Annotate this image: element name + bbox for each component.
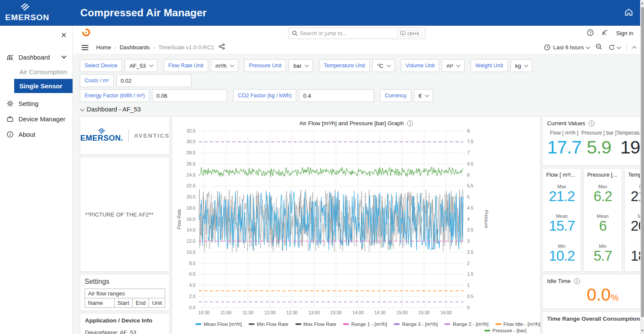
sidebar-item-single-sensor[interactable]: Single Sensor bbox=[14, 79, 73, 93]
flow-rate-unit-dropdown[interactable]: m³/h bbox=[211, 59, 238, 72]
var-select-device: Select Device AF_53 bbox=[80, 59, 158, 72]
collapse-up-icon[interactable] bbox=[632, 46, 637, 51]
sidebar-item-about[interactable]: About bbox=[0, 126, 73, 142]
svg-text:8.0: 8.0 bbox=[189, 261, 196, 266]
emerson-logo: EMERSON bbox=[0, 3, 73, 22]
grafana-topbar: Search or jump to... ctrl+k ? Sign in bbox=[73, 26, 640, 41]
var-energy-factor: Energy Factor (kWh / m³) bbox=[80, 89, 227, 102]
news-rss-icon[interactable] bbox=[601, 29, 608, 38]
svg-text:2.5: 2.5 bbox=[467, 250, 474, 255]
var-weight-unit: Weight Unit kg bbox=[471, 59, 532, 72]
consumption-title[interactable]: Time Range Overall Consumption bbox=[547, 316, 640, 322]
clock-icon bbox=[544, 44, 550, 51]
dashboard-chart-icon bbox=[6, 53, 14, 61]
pressure-unit-dropdown[interactable]: bar bbox=[289, 59, 313, 72]
sidebar-item-air-consumption[interactable]: Air Consumption bbox=[0, 65, 73, 79]
legend-item[interactable]: Flow Idle - [m³/h] bbox=[495, 322, 541, 327]
breadcrumb-home[interactable]: Home bbox=[96, 44, 111, 51]
svg-text:11:30: 11:30 bbox=[243, 310, 254, 315]
sidebar-item-label: Setting bbox=[18, 100, 39, 107]
legend-item[interactable]: Min Flow Rate bbox=[249, 322, 289, 327]
svg-text:5.5: 5.5 bbox=[467, 183, 474, 188]
svg-text:3.5: 3.5 bbox=[467, 227, 474, 232]
timeseries-chart[interactable]: 0.02.04.06.08.010.012.014.016.018.020.02… bbox=[175, 127, 488, 320]
current-values-title[interactable]: Current Values bbox=[547, 120, 585, 126]
sidebar-item-device-manager[interactable]: Device Manager bbox=[0, 111, 73, 126]
emerson-mark-icon bbox=[97, 128, 106, 134]
device-picture-panel: **PICTURE OF THE AF2** bbox=[80, 157, 170, 272]
emerson-brand-text: EMERSON. bbox=[80, 134, 123, 143]
sidebar-item-dashboard[interactable]: Dashboard bbox=[0, 49, 73, 65]
menu-icon[interactable] bbox=[82, 45, 88, 50]
stat-panel-title[interactable]: Flow [ m³/... bbox=[546, 172, 577, 178]
svg-text:26.0: 26.0 bbox=[187, 161, 196, 166]
sidebar: × Dashboard Air Consumption Single Senso… bbox=[0, 26, 73, 334]
settings-title: Settings bbox=[85, 278, 165, 286]
sign-in-button[interactable]: Sign in bbox=[616, 30, 633, 36]
page-scrollbar[interactable] bbox=[640, 0, 644, 334]
search-icon bbox=[292, 30, 298, 36]
dashboard-section-header[interactable]: Dashboard - AF_53 bbox=[81, 106, 632, 113]
zoom-out-icon[interactable] bbox=[595, 43, 602, 52]
graph-panel-title[interactable]: Air Flow [m³/h] and Pressure [bar] Graph bbox=[299, 120, 404, 126]
close-icon[interactable]: × bbox=[61, 32, 67, 39]
legend-item[interactable]: Pressure - [bar] bbox=[484, 328, 526, 333]
svg-text:0.5: 0.5 bbox=[467, 294, 474, 299]
col-header-start: Start bbox=[114, 298, 132, 308]
temperature-unit-dropdown[interactable]: °C bbox=[372, 59, 395, 72]
info-icon[interactable]: i bbox=[407, 120, 413, 126]
refresh-button[interactable] bbox=[608, 44, 620, 51]
var-currency: Currency € bbox=[380, 89, 433, 102]
svg-text:7.5: 7.5 bbox=[467, 139, 474, 144]
search-input[interactable]: Search or jump to... ctrl+k bbox=[288, 27, 425, 39]
stat-panel-title[interactable]: Pressure [... bbox=[587, 172, 618, 178]
refresh-icon bbox=[608, 44, 615, 51]
current-flow-value: 17.7 bbox=[547, 137, 581, 158]
currency-dropdown[interactable]: € bbox=[414, 89, 433, 102]
grafana-logo-icon[interactable] bbox=[82, 28, 91, 39]
help-icon[interactable]: ? bbox=[587, 29, 594, 38]
weight-unit-dropdown[interactable]: kg bbox=[510, 59, 533, 72]
svg-text:2.0: 2.0 bbox=[189, 294, 196, 299]
info-icon[interactable]: i bbox=[589, 120, 595, 126]
left-panel-column: EMERSON. AVENTICS **PICTURE OF THE AF2**… bbox=[80, 116, 170, 334]
idle-time-unit: % bbox=[611, 292, 619, 302]
col-header-unit: Unit bbox=[149, 298, 165, 308]
air-flow-ranges-table: Air flow ranges Name Start End Unit bbox=[85, 289, 165, 308]
svg-text:28.0: 28.0 bbox=[187, 150, 196, 155]
breadcrumb-dashboards[interactable]: Dashboards bbox=[120, 44, 150, 51]
costs-input[interactable] bbox=[116, 74, 191, 87]
info-icon bbox=[6, 130, 14, 138]
right-panel-column: Current Values i Flow [ m³/h ] 17.7 Pres… bbox=[542, 116, 644, 334]
legend-item[interactable]: Range 2 - [m³/h] bbox=[444, 322, 488, 327]
svg-text:30.0: 30.0 bbox=[187, 139, 196, 144]
variable-controls-row-1: Select Device AF_53 Flow Rate Unit m³/h … bbox=[80, 59, 632, 87]
legend-item[interactable]: Range 1 - [m³/h] bbox=[343, 322, 387, 327]
energy-factor-input[interactable] bbox=[152, 89, 227, 102]
legend-item[interactable]: Max Flow Rate bbox=[295, 322, 337, 327]
idle-time-panel: Idle Time i 0.0% bbox=[542, 274, 644, 309]
info-icon[interactable]: i bbox=[574, 278, 580, 284]
svg-text:Pressure: Pressure bbox=[484, 210, 488, 228]
volume-unit-dropdown[interactable]: m³ bbox=[442, 59, 465, 72]
svg-text:3: 3 bbox=[467, 238, 470, 244]
time-range-picker[interactable]: Last 6 hours bbox=[544, 44, 589, 51]
svg-text:14.0: 14.0 bbox=[187, 227, 196, 232]
legend-item[interactable]: Mean Flow [m³/h] bbox=[195, 322, 242, 327]
breadcrumb-current: TimeScale v1.0.0-RC1 bbox=[158, 44, 214, 51]
current-flow-stat: Flow [ m³/h ] 17.7 bbox=[547, 130, 581, 158]
svg-text:24.0: 24.0 bbox=[187, 172, 196, 178]
share-icon[interactable] bbox=[219, 43, 225, 51]
svg-text:4.5: 4.5 bbox=[467, 205, 474, 211]
svg-text:16.0: 16.0 bbox=[187, 217, 196, 222]
col-header-name: Name bbox=[85, 298, 115, 308]
legend-item[interactable]: Range 3 - [m³/h] bbox=[394, 322, 437, 327]
idle-time-title[interactable]: Idle Time bbox=[547, 278, 571, 284]
svg-text:15:30: 15:30 bbox=[419, 310, 430, 315]
home-icon[interactable] bbox=[624, 7, 634, 19]
svg-text:12:00: 12:00 bbox=[264, 310, 276, 315]
sidebar-item-setting[interactable]: Setting bbox=[0, 96, 73, 111]
chart-legend: Mean Flow [m³/h]Min Flow RateMax Flow Ra… bbox=[172, 320, 540, 333]
co2-factor-input[interactable] bbox=[299, 89, 374, 102]
select-device-dropdown[interactable]: AF_53 bbox=[125, 59, 157, 72]
